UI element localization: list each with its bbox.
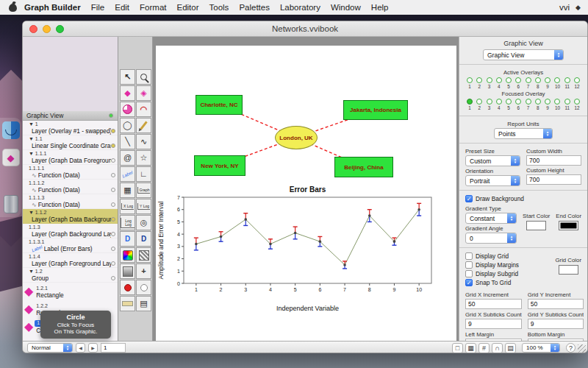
field-input-grid-y-increment[interactable]	[528, 299, 584, 309]
canvas-area[interactable]: Charlotte, NCJakarta, IndonesiaLondon, U…	[153, 37, 459, 341]
orientation-popup[interactable]: Portrait	[465, 175, 520, 186]
active-overlays-9[interactable]	[545, 77, 551, 83]
help-button[interactable]: ?	[566, 343, 576, 353]
menu-file[interactable]: File	[91, 3, 105, 12]
end-color-well[interactable]	[559, 221, 578, 230]
prev-page-button[interactable]: ◀	[76, 343, 85, 353]
checkbox-box[interactable]	[465, 270, 473, 277]
start-color-well[interactable]	[526, 221, 546, 230]
zoom-tool[interactable]	[136, 69, 151, 85]
tree-item-rectangle[interactable]: ◆1.2.1Rectangle	[23, 283, 118, 300]
checkbox-box[interactable]: ✓	[465, 195, 473, 202]
graphic-view-popup[interactable]: Graphic View	[483, 49, 564, 60]
line-tool[interactable]: ╲	[120, 134, 135, 149]
focused-overlay-4[interactable]	[496, 99, 502, 105]
magnet-icon[interactable]: ∩	[492, 343, 503, 353]
diamond-shape-tool[interactable]: ◆	[120, 85, 135, 101]
arc-tool[interactable]: ◠	[136, 102, 151, 117]
white-dot-tool[interactable]	[136, 280, 151, 295]
focused-overlay-9[interactable]	[545, 99, 551, 105]
focused-overlay-2[interactable]	[476, 99, 482, 105]
diagram-node-beijing-china[interactable]: Beijing, China	[334, 157, 393, 177]
trash-dock-icon[interactable]	[4, 195, 18, 213]
pencil-tool[interactable]	[136, 118, 151, 133]
pie-wedge-tool[interactable]	[120, 102, 135, 117]
active-overlays-7[interactable]	[526, 77, 531, 83]
swatch-tool[interactable]	[120, 263, 135, 279]
tree-item[interactable]: 1.1.4Layer (Graph Foreground Layer)	[23, 253, 118, 268]
menu-format[interactable]: Format	[140, 3, 166, 12]
tree-item[interactable]: ▼ 1.1.1Layer (Graph Data Foreground Lay	[23, 150, 118, 165]
tree-item[interactable]: 1.1.1.1∿Function (Data)	[23, 165, 118, 180]
apple-menu-icon[interactable]	[9, 4, 17, 12]
tree-item[interactable]: ▼ 1.1Linear Single Coordinate Graph (Er	[23, 135, 118, 150]
graph-tool[interactable]: Graph	[136, 183, 151, 198]
field-input-grid-x-subticks-count[interactable]	[465, 319, 522, 329]
zoom-popup[interactable]: 100 %	[522, 343, 560, 353]
tree-header-graphic-view[interactable]: Graphic View	[23, 111, 118, 121]
minimize-button[interactable]	[43, 25, 51, 33]
menu-edit[interactable]: Edit	[115, 3, 129, 12]
gradient-type-popup[interactable]: Constant	[465, 213, 517, 224]
field-input-grid-x-increment[interactable]	[465, 299, 522, 309]
active-overlays-12[interactable]	[574, 77, 580, 83]
active-overlays-8[interactable]	[535, 77, 541, 83]
focused-overlay-8[interactable]	[535, 99, 541, 105]
y-log-graph-tool[interactable]: Y Log	[136, 199, 151, 214]
resize-grip[interactable]	[578, 344, 586, 353]
tree-item[interactable]: 1.1.1.2∿Function (Data)	[23, 180, 118, 194]
ruler-tool[interactable]	[120, 296, 135, 311]
tree-item[interactable]: ▼ 1Layer (Overlay #1 - swapped)	[23, 121, 118, 135]
custom-width-input[interactable]	[526, 155, 581, 166]
draw-background-checkbox[interactable]: ✓ Draw Background	[465, 195, 581, 202]
diamond-outline-tool[interactable]: ◈	[136, 85, 151, 101]
menu-laboratory[interactable]: Laboratory	[280, 3, 320, 12]
app-menu-name[interactable]: Graph Builder	[24, 3, 81, 12]
tree-item[interactable]: 1.1.3Layer (Graph Background Layer)	[23, 224, 118, 238]
display-grid-checkbox[interactable]: Display Grid	[465, 252, 549, 260]
active-overlays-6[interactable]	[515, 77, 521, 83]
grid-tool[interactable]: ▤	[136, 296, 151, 311]
focused-overlay-10[interactable]	[554, 99, 560, 105]
tree-item[interactable]: 1.1.3.1LabelLabel (Error Bars)	[23, 238, 118, 253]
select-tool[interactable]: ↖	[120, 69, 135, 85]
grid-color-well[interactable]	[559, 265, 578, 275]
display-margins-checkbox[interactable]: Display Margins	[465, 261, 549, 269]
focused-overlay-11[interactable]	[564, 99, 570, 105]
active-overlays-4[interactable]	[496, 77, 502, 83]
active-overlays-3[interactable]	[487, 77, 492, 83]
tree-item[interactable]: ▼ 1.2Group	[23, 268, 118, 283]
checkbox-box[interactable]: ✓	[465, 279, 473, 286]
data-grid-tool[interactable]: ▦	[120, 183, 135, 198]
diagram-node-charlotte-nc[interactable]: Charlotte, NC	[196, 95, 243, 115]
ellipse-tool[interactable]: ◯	[120, 118, 135, 133]
diagram-node-london-uk[interactable]: London, UK	[275, 126, 318, 149]
page-number-input[interactable]	[101, 343, 126, 353]
hash-icon[interactable]: #	[478, 343, 490, 353]
tree-item[interactable]: 1.1.1.3∿Function (Data)	[23, 194, 118, 209]
focused-overlay-3[interactable]	[487, 99, 492, 105]
mode-popup[interactable]: Normal	[27, 343, 73, 353]
finder-dock-icon[interactable]	[2, 121, 20, 139]
tree-item[interactable]: ▼ 1.1.2Layer (Graph Data Background La	[23, 209, 118, 224]
menu-tools[interactable]: Tools	[209, 3, 229, 12]
pattern-tool[interactable]	[136, 247, 151, 263]
active-overlays-10[interactable]	[554, 77, 560, 83]
report-units-popup[interactable]: Points	[494, 128, 553, 139]
log-log-graph-tool[interactable]: Log Log	[120, 215, 135, 230]
red-dot-tool[interactable]	[120, 280, 135, 295]
preset-size-popup[interactable]: Custom	[465, 155, 520, 166]
close-button[interactable]	[29, 25, 37, 33]
focused-overlay-6[interactable]	[515, 99, 521, 105]
snap-to-grid-checkbox[interactable]: ✓ Snap To Grid	[465, 279, 549, 286]
color-palette-tool[interactable]	[120, 247, 135, 263]
focused-overlay-1[interactable]	[467, 99, 473, 105]
error-bars-chart[interactable]: 0123456712345678910Error BarsIndependent…	[156, 184, 458, 315]
menu-right-text[interactable]: vvi	[559, 3, 570, 12]
window-titlebar[interactable]: Networks.vvibook	[23, 21, 587, 37]
database-alt-tool[interactable]: D	[136, 231, 151, 247]
x-log-graph-tool[interactable]: X Log	[120, 199, 135, 214]
active-overlays-5[interactable]	[506, 77, 512, 83]
graph-builder-dock-icon[interactable]: ◆	[2, 149, 20, 166]
polygon-tool[interactable]: ☆	[136, 150, 151, 166]
